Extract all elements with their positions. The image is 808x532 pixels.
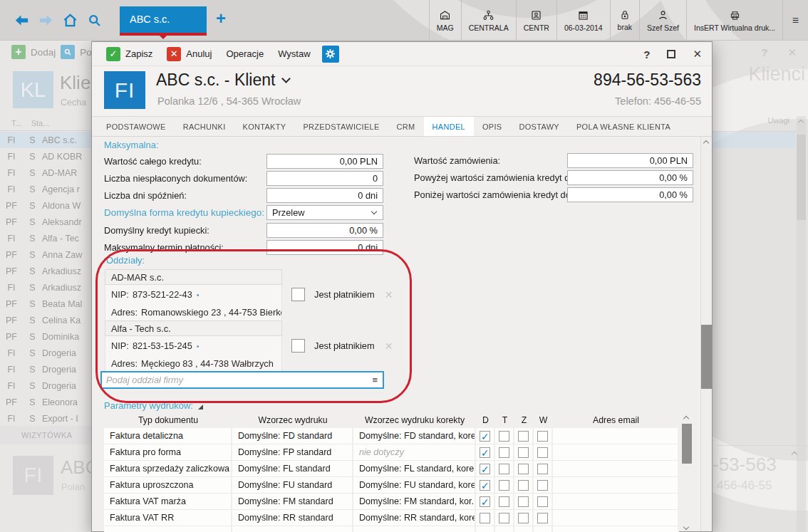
client-row[interactable]: FISAD KOBR xyxy=(0,148,91,165)
checkbox-w[interactable] xyxy=(537,447,548,458)
client-row[interactable]: PFSAnna Zaw xyxy=(0,246,91,263)
client-row[interactable]: PFSEleonora xyxy=(0,394,91,410)
table-row[interactable]: Faktura VAT marża Domyślne: FM standard … xyxy=(104,494,679,510)
maximize-button[interactable] xyxy=(667,50,675,58)
status-user[interactable]: Szef Szef xyxy=(639,0,686,41)
table-row[interactable]: Faktura VAT RR Domyślne: RR standard Dom… xyxy=(104,510,679,526)
new-tab-button[interactable]: + xyxy=(216,9,226,28)
checkbox-t[interactable] xyxy=(499,447,509,458)
save-button[interactable]: ✓ Zapisz xyxy=(99,42,160,66)
close-icon[interactable]: ✕ xyxy=(787,46,797,59)
tab-kontakty[interactable]: KONTAKTY xyxy=(234,117,295,136)
below-order-credit-field[interactable]: 0,00 % xyxy=(567,187,693,202)
table-scrollbar[interactable] xyxy=(681,414,693,531)
checkbox-d[interactable] xyxy=(480,480,490,491)
above-order-credit-field[interactable]: 0,00 % xyxy=(567,170,693,185)
remove-branch-icon[interactable]: ✕ xyxy=(385,340,393,352)
branch-name[interactable]: AD-MAR s.c. xyxy=(105,269,282,285)
issue-menu[interactable]: Wystaw xyxy=(271,42,317,66)
dialog-scrollbar[interactable] xyxy=(700,137,712,531)
menu-button[interactable]: ≡ xyxy=(782,0,808,41)
default-credit-field[interactable]: 0,00 % xyxy=(266,223,383,238)
col-d[interactable]: D xyxy=(476,415,495,425)
checkbox-t[interactable] xyxy=(499,513,509,523)
client-row[interactable]: PFSAldona W xyxy=(0,197,91,214)
tab-business-card[interactable]: WIZYTÓWKA xyxy=(21,431,72,439)
status-branch[interactable]: CENTRALA xyxy=(461,0,516,41)
checkbox-w[interactable] xyxy=(537,431,548,442)
client-row[interactable]: FISDrogeria xyxy=(0,377,91,394)
status-warehouse[interactable]: MAG xyxy=(429,0,461,41)
tab-rachunki[interactable]: RACHUNKI xyxy=(175,117,234,136)
order-value-field[interactable]: 0,00 PLN xyxy=(567,153,693,168)
client-row[interactable]: PFSCelina Ka xyxy=(0,312,91,328)
client-row[interactable]: PFSArkadiusz xyxy=(0,263,91,279)
branch-input[interactable] xyxy=(102,372,367,387)
client-row[interactable]: PFSDominika xyxy=(0,328,91,345)
col-correction-template[interactable]: Wzorzec wydruku korekty xyxy=(353,415,476,425)
operations-menu[interactable]: Operacje xyxy=(219,42,271,66)
status-printer[interactable]: InsERT Wirtualna druk... xyxy=(686,0,782,41)
checkbox-d[interactable] xyxy=(480,464,490,474)
status-lock[interactable]: brak xyxy=(610,0,639,41)
is-payer-checkbox[interactable] xyxy=(291,288,305,301)
close-button[interactable]: ✕ xyxy=(693,48,702,61)
client-row[interactable]: FISArkadiusz xyxy=(0,279,91,296)
tab-opis[interactable]: OPIS xyxy=(474,117,511,136)
checkbox-w[interactable] xyxy=(537,513,548,523)
tab-handel[interactable]: HANDEL xyxy=(424,117,474,136)
scrollbar-thumb[interactable] xyxy=(797,135,806,220)
checkbox-t[interactable] xyxy=(499,431,509,442)
add-client-button[interactable]: + xyxy=(11,45,26,59)
scrollbar-thumb[interactable] xyxy=(682,424,692,464)
checkbox-z[interactable] xyxy=(518,464,529,474)
table-row[interactable]: Faktura sprzedaży zaliczkowa Domyślne: F… xyxy=(104,461,679,477)
search-button[interactable] xyxy=(84,10,104,30)
col-template[interactable]: Wzorzec wydruku xyxy=(232,415,353,425)
list-menu-icon[interactable]: ≡ xyxy=(367,375,383,385)
background-scrollbar[interactable] xyxy=(797,116,806,532)
column-type[interactable]: T... xyxy=(11,119,22,127)
back-button[interactable] xyxy=(11,10,31,30)
forward-button[interactable] xyxy=(36,10,56,30)
scroll-up-icon[interactable] xyxy=(683,416,689,422)
title-dropdown-icon[interactable] xyxy=(282,74,291,83)
delay-days-field[interactable]: 0 dni xyxy=(266,188,383,203)
client-row[interactable]: FISAlfa - Tec xyxy=(0,230,91,246)
client-row[interactable]: FISExport - I xyxy=(0,410,91,427)
checkbox-d[interactable] xyxy=(480,513,490,523)
col-email[interactable]: Adres email xyxy=(553,415,679,425)
checkbox-z[interactable] xyxy=(518,431,529,442)
scrollbar-thumb[interactable] xyxy=(701,325,712,389)
scroll-up-icon[interactable] xyxy=(703,140,709,146)
col-doc-type[interactable]: Typ dokumentu xyxy=(104,415,232,425)
unpaid-docs-field[interactable]: 0 xyxy=(266,171,383,186)
column-status[interactable]: Sta... xyxy=(31,119,50,127)
cancel-button[interactable]: ✕ Anuluj xyxy=(160,42,219,66)
checkbox-z[interactable] xyxy=(518,513,529,523)
tab-pola-wlasne[interactable]: POLA WŁASNE KLIENTA xyxy=(568,117,679,136)
remove-branch-icon[interactable]: ✕ xyxy=(385,289,393,301)
client-row[interactable]: PFSBeata Mal xyxy=(0,296,91,312)
is-payer-checkbox[interactable] xyxy=(291,339,305,353)
client-row[interactable]: FISDrogeria xyxy=(0,345,91,361)
client-row[interactable]: FISDrogeria xyxy=(0,361,91,377)
client-row[interactable]: PFSAleksandr xyxy=(0,214,91,230)
checkbox-w[interactable] xyxy=(537,480,548,491)
help-icon[interactable]: ? xyxy=(761,46,767,59)
table-row[interactable]: Faktura uproszczona Domyślne: FU standar… xyxy=(104,477,679,494)
checkbox-d[interactable] xyxy=(480,431,490,442)
max-payment-term-field[interactable]: 0 dni xyxy=(266,240,383,255)
table-row[interactable]: Faktura pro forma Domyślne: FP standard … xyxy=(104,444,679,461)
client-row[interactable]: FISAD-MAR xyxy=(0,165,91,181)
col-z[interactable]: Z xyxy=(514,415,534,425)
checkbox-z[interactable] xyxy=(518,496,529,507)
scroll-down-icon[interactable] xyxy=(683,524,689,530)
column-notes[interactable]: Uwagi xyxy=(767,116,789,125)
status-date[interactable]: 06-03-2014 xyxy=(556,0,610,41)
checkbox-w[interactable] xyxy=(537,464,548,474)
tab-crm[interactable]: CRM xyxy=(388,117,424,136)
checkbox-t[interactable] xyxy=(499,480,509,491)
credit-form-select[interactable]: Przelew xyxy=(266,205,383,220)
checkbox-t[interactable] xyxy=(499,464,509,474)
